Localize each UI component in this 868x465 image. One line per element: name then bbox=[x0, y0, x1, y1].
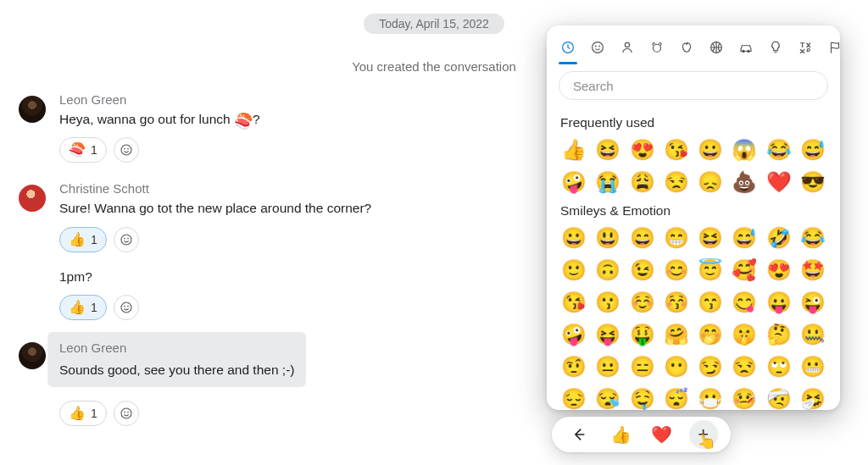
emoji-cell[interactable]: 😃 bbox=[593, 224, 623, 252]
basketball-icon bbox=[709, 40, 724, 55]
add-reaction-button[interactable] bbox=[114, 401, 139, 426]
reaction-pill[interactable]: 👍 1 bbox=[59, 401, 107, 426]
emoji-cell[interactable]: 🤒 bbox=[729, 385, 760, 410]
emoji-cell[interactable]: 😩 bbox=[627, 168, 658, 197]
emoji-cell[interactable]: ❤️ bbox=[764, 168, 794, 197]
emoji-cell[interactable]: 😷 bbox=[695, 385, 726, 410]
reaction-emoji-icon: 👍 bbox=[69, 407, 86, 420]
emoji-cell[interactable]: 😊 bbox=[661, 256, 692, 285]
emoji-cell[interactable]: 😒 bbox=[661, 168, 692, 197]
add-reaction-button[interactable] bbox=[114, 227, 139, 252]
reaction-pill[interactable]: 🍣 1 bbox=[59, 137, 107, 163]
section-title-frequent: Frequently used bbox=[560, 115, 826, 130]
reaction-pill[interactable]: 👍 1 bbox=[59, 295, 107, 320]
svg-point-7 bbox=[124, 306, 125, 307]
emoji-cell[interactable]: 😆 bbox=[695, 224, 726, 252]
emoji-cell[interactable]: 😘 bbox=[661, 136, 692, 164]
emoji-cell[interactable]: 🥰 bbox=[729, 256, 760, 285]
emoji-cell[interactable]: 🤭 bbox=[695, 320, 726, 349]
emoji-cell[interactable]: 😗 bbox=[593, 288, 623, 317]
tab-smileys[interactable] bbox=[590, 36, 605, 59]
emoji-cell[interactable]: 😎 bbox=[798, 168, 828, 197]
emoji-cell[interactable]: 😴 bbox=[661, 385, 692, 410]
emoji-cell[interactable]: 🤣 bbox=[764, 224, 794, 252]
emoji-cell[interactable]: 😂 bbox=[764, 136, 794, 164]
sender-name: Leon Green bbox=[59, 339, 294, 357]
tab-activity[interactable] bbox=[709, 36, 724, 59]
back-button[interactable] bbox=[565, 420, 593, 449]
emoji-cell[interactable]: 🙃 bbox=[593, 256, 623, 285]
tab-recent[interactable] bbox=[560, 36, 576, 59]
emoji-cell[interactable]: 🤗 bbox=[661, 320, 692, 349]
more-reactions-button[interactable]: + bbox=[689, 420, 718, 449]
emoji-cell[interactable]: 🤪 bbox=[559, 168, 589, 197]
avatar[interactable] bbox=[19, 96, 46, 123]
reaction-pill[interactable]: 👍 1 bbox=[59, 227, 107, 252]
emoji-cell[interactable]: 😏 bbox=[695, 352, 726, 381]
emoji-cell[interactable]: 😁 bbox=[661, 224, 692, 252]
emoji-cell[interactable]: 😚 bbox=[661, 288, 692, 317]
tab-flags[interactable] bbox=[827, 36, 840, 59]
message-highlight[interactable]: Leon Green Sounds good, see you there an… bbox=[47, 332, 306, 386]
emoji-cell[interactable]: 😱 bbox=[729, 136, 760, 164]
emoji-cell[interactable]: ☺️ bbox=[627, 288, 658, 317]
emoji-search-input[interactable] bbox=[559, 71, 828, 100]
emoji-cell[interactable]: 🤨 bbox=[559, 352, 589, 381]
emoji-cell[interactable]: 😋 bbox=[729, 288, 760, 317]
message: Christine Schott Sure! Wanna go tot the … bbox=[19, 181, 527, 320]
emoji-cell[interactable]: 😀 bbox=[695, 136, 726, 164]
emoji-cell[interactable]: 🤔 bbox=[764, 320, 794, 349]
emoji-cell[interactable]: 😍 bbox=[764, 256, 794, 285]
emoji-cell[interactable]: 😆 bbox=[593, 136, 623, 164]
add-reaction-button[interactable] bbox=[114, 137, 139, 163]
emoji-picker-body[interactable]: Frequently used 👍😆😍😘😀😱😂😅🤪😭😩😒😞💩❤️😎 Smiley… bbox=[547, 100, 840, 410]
emoji-cell[interactable]: 🤪 bbox=[559, 320, 589, 349]
emoji-cell[interactable]: 😑 bbox=[627, 352, 658, 381]
emoji-cell[interactable]: 😄 bbox=[627, 224, 658, 252]
emoji-cell[interactable]: 😜 bbox=[798, 288, 828, 317]
quick-reaction-bar: 👍 ❤️ + bbox=[552, 417, 731, 452]
emoji-cell[interactable]: 😝 bbox=[593, 320, 623, 349]
emoji-cell[interactable]: 😅 bbox=[729, 224, 760, 252]
emoji-cell[interactable]: 🤤 bbox=[627, 385, 658, 410]
emoji-cell[interactable]: 😂 bbox=[798, 224, 828, 252]
emoji-cell[interactable]: 😅 bbox=[798, 136, 828, 164]
emoji-cell[interactable]: 😉 bbox=[627, 256, 658, 285]
react-heart[interactable]: ❤️ bbox=[648, 420, 676, 449]
avatar[interactable] bbox=[19, 342, 46, 369]
tab-objects[interactable] bbox=[768, 36, 783, 59]
tab-symbols[interactable] bbox=[798, 36, 813, 59]
emoji-cell[interactable]: 🤑 bbox=[627, 320, 658, 349]
emoji-cell[interactable]: 🤧 bbox=[798, 385, 828, 410]
emoji-cell[interactable]: 😍 bbox=[627, 136, 658, 164]
emoji-cell[interactable]: 😐 bbox=[593, 352, 623, 381]
emoji-cell[interactable]: 💩 bbox=[729, 168, 760, 197]
add-reaction-button[interactable] bbox=[114, 295, 139, 320]
emoji-cell[interactable]: 😘 bbox=[559, 288, 589, 317]
emoji-cell[interactable]: 😪 bbox=[593, 385, 623, 410]
emoji-cell[interactable]: 😶 bbox=[661, 352, 692, 381]
emoji-cell[interactable]: 😙 bbox=[695, 288, 726, 317]
emoji-cell[interactable]: 😛 bbox=[764, 288, 794, 317]
emoji-cell[interactable]: 😀 bbox=[559, 224, 589, 252]
emoji-cell[interactable]: 😇 bbox=[695, 256, 726, 285]
emoji-cell[interactable]: 😔 bbox=[559, 385, 589, 410]
emoji-cell[interactable]: 😞 bbox=[695, 168, 726, 197]
tab-animals[interactable] bbox=[649, 36, 665, 59]
tab-travel[interactable] bbox=[738, 36, 754, 59]
emoji-cell[interactable]: 🤐 bbox=[798, 320, 828, 349]
react-thumbs-up[interactable]: 👍 bbox=[606, 420, 635, 449]
emoji-cell[interactable]: 👍 bbox=[559, 136, 589, 164]
emoji-cell[interactable]: 🙄 bbox=[764, 352, 794, 381]
emoji-cell[interactable]: 😒 bbox=[729, 352, 760, 381]
emoji-cell[interactable]: 🤫 bbox=[729, 320, 760, 349]
emoji-cell[interactable]: 🙂 bbox=[559, 256, 589, 285]
emoji-cell[interactable]: 😬 bbox=[798, 352, 828, 381]
emoji-cell[interactable]: 🤩 bbox=[798, 256, 828, 285]
emoji-cell[interactable]: 🤕 bbox=[764, 385, 794, 410]
tab-food[interactable] bbox=[679, 36, 694, 59]
avatar[interactable] bbox=[19, 185, 46, 212]
message-text: Sure! Wanna go tot the new place around … bbox=[59, 199, 371, 218]
tab-people[interactable] bbox=[620, 36, 635, 59]
emoji-cell[interactable]: 😭 bbox=[593, 168, 623, 197]
